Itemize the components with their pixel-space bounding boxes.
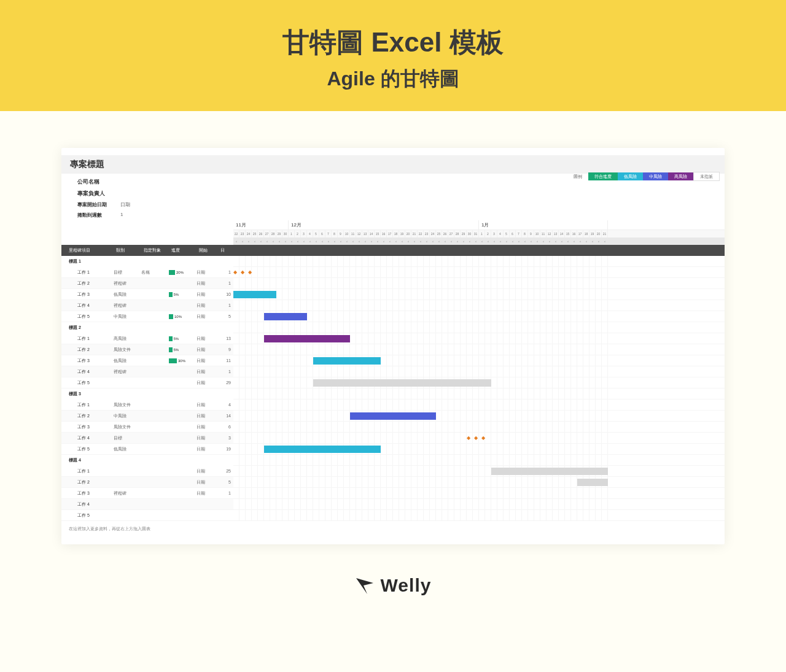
meta-scroll-label: 捲動到週數 — [77, 212, 120, 218]
meta-start-val: 日期 — [120, 201, 130, 208]
gantt-row — [233, 278, 725, 289]
footer-note: 在這裡加入更多資料，再從右上方拖入圖表 — [61, 521, 725, 532]
task-row: 工作 4裡程碑日期1 — [61, 366, 233, 377]
gantt-row — [233, 311, 725, 322]
th-assignee: 指定對象 — [141, 247, 169, 253]
gantt-row: ◆ ◆ ◆ — [233, 433, 725, 444]
task-row: 工作 3裡程碑日期1 — [61, 488, 233, 499]
month-cell: 12月 — [289, 220, 479, 230]
task-row: 工作 1風險文件日期4 — [61, 400, 233, 411]
milestone-dots: ◆ ◆ ◆ — [233, 269, 253, 275]
legend-chip: 符合進度 — [588, 172, 618, 180]
gantt-bar — [264, 313, 307, 320]
th-days: 日 — [218, 247, 233, 253]
sheet-title: 專案標題 — [61, 155, 725, 174]
th-milestone: 里程碑項目 — [61, 247, 114, 253]
group-header: 標題 3 — [61, 388, 233, 400]
meta-owner: 專案負責人 — [77, 190, 120, 198]
group-header: 標題 1 — [61, 256, 233, 267]
task-row: 工作 2日期5 — [61, 477, 233, 488]
gantt-bar — [264, 446, 381, 453]
content-area: 專案標題 公司名稱 專案負責人 專案開始日期日期 捲動到週數1 圖例 符合進度低… — [0, 111, 786, 557]
gantt-row — [233, 444, 725, 455]
day-row: 2223242526272829301234567891011121314151… — [233, 230, 725, 238]
gantt-row — [233, 377, 725, 388]
gantt-row — [233, 400, 725, 411]
legend-chip: 低風險 — [618, 172, 643, 180]
gantt-bar — [491, 468, 608, 475]
hero-title: 甘特圖 Excel 模板 — [0, 25, 786, 61]
gantt-row — [233, 488, 725, 499]
month-cell: 1月 — [479, 220, 608, 230]
task-row: 工作 2中風險日期14 — [61, 411, 233, 422]
meta-start-label: 專案開始日期 — [77, 201, 120, 208]
task-row: 工作 4 — [61, 499, 233, 510]
gantt-row — [233, 477, 725, 488]
meta-scroll-val: 1 — [120, 212, 123, 218]
milestone-dots: ◆ ◆ ◆ — [467, 435, 486, 441]
gantt-row — [233, 510, 725, 521]
group-header: 標題 2 — [61, 322, 233, 333]
task-row: 工作 1目標名稱20%日期1 — [61, 267, 233, 278]
task-row: 工作 1日期25 — [61, 466, 233, 477]
gantt-bar — [313, 379, 491, 387]
task-row: 工作 5日期29 — [61, 377, 233, 388]
month-cell: 11月 — [233, 220, 289, 230]
gantt-row — [233, 411, 725, 422]
meta-company: 公司名稱 — [77, 178, 120, 186]
task-row: 工作 3低風險5%日期10 — [61, 289, 233, 300]
task-row: 工作 2風險文件5%日期9 — [61, 344, 233, 355]
task-row: 工作 5 — [61, 510, 233, 521]
task-row: 工作 2裡程碑日期1 — [61, 278, 233, 289]
gantt-row — [233, 466, 725, 477]
spreadsheet: 專案標題 公司名稱 專案負責人 專案開始日期日期 捲動到週數1 圖例 符合進度低… — [61, 148, 725, 544]
gantt-bar — [577, 479, 608, 486]
brand-text: Welly — [381, 575, 432, 596]
legend-label: 圖例 — [574, 174, 582, 180]
th-category: 類別 — [114, 247, 141, 253]
task-row: 工作 4目標日期3 — [61, 433, 233, 444]
legend: 圖例 符合進度低風險中風險高風險未指派 — [227, 174, 725, 183]
hero-subtitle: Agile 的甘特圖 — [0, 66, 786, 93]
gantt-bar — [350, 412, 436, 420]
legend-chip: 中風險 — [643, 172, 668, 180]
legend-chip: 高風險 — [668, 172, 693, 180]
task-row: 工作 1高風險5%日期13 — [61, 333, 233, 344]
brand-footer: Welly — [0, 557, 786, 616]
gantt-row: ◆ ◆ ◆ — [233, 267, 725, 278]
group-header: 標題 4 — [61, 455, 233, 466]
table-header: 里程碑項目 類別 指定對象 進度 開始 日 — [61, 245, 233, 256]
gantt-row — [233, 422, 725, 433]
month-row: 11月12月1月 — [233, 220, 725, 230]
task-row: 工作 3低風險30%日期11 — [61, 355, 233, 366]
arrow-row: ‹‹‹‹‹‹‹‹‹‹‹‹‹‹‹‹‹‹‹‹‹‹‹‹‹‹‹‹‹‹‹‹‹‹‹‹‹‹‹‹… — [233, 238, 725, 245]
task-row: 工作 4裡程碑日期1 — [61, 300, 233, 311]
brand-icon — [355, 576, 375, 595]
task-row: 工作 3風險文件日期6 — [61, 422, 233, 433]
gantt-row — [233, 355, 725, 366]
gantt-row — [233, 289, 725, 300]
legend-chip: 未指派 — [693, 172, 720, 181]
gantt-row — [233, 333, 725, 344]
gantt-bar — [264, 335, 350, 342]
gantt-bar — [233, 291, 276, 298]
gantt-row — [233, 499, 725, 510]
gantt-bar — [313, 357, 381, 365]
task-row: 工作 5中風險10%日期5 — [61, 311, 233, 322]
th-start: 開始 — [196, 247, 218, 253]
gantt-row — [233, 300, 725, 311]
task-row: 工作 5低風險日期19 — [61, 444, 233, 455]
th-progress: 進度 — [169, 247, 196, 253]
hero-banner: 甘特圖 Excel 模板 Agile 的甘特圖 — [0, 0, 786, 111]
gantt-row — [233, 344, 725, 355]
gantt-row — [233, 366, 725, 377]
